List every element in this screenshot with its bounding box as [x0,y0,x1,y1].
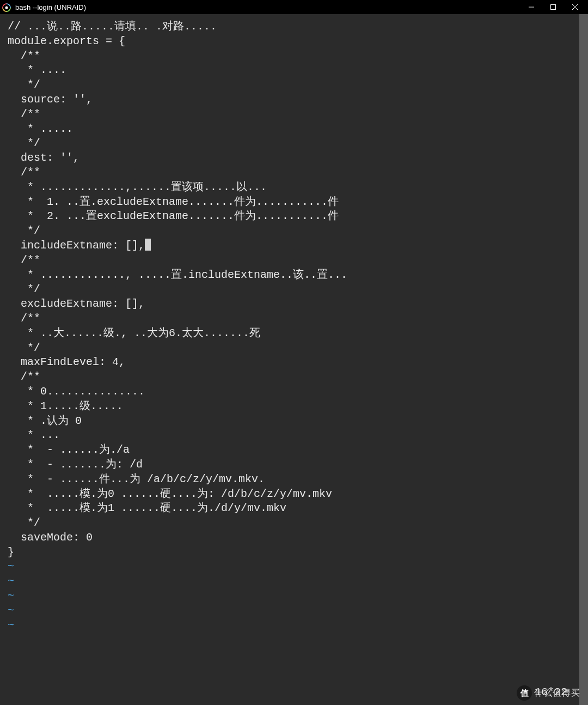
maximize-button[interactable] [542,0,564,14]
code-line: * .............,......置该项.....以... [8,180,580,195]
code-line: * ... [8,428,580,443]
code-line: * .....模.为1 ......硬....为./d/y/mv.mkv [8,501,580,516]
code-line: * ..... [8,122,580,137]
code-line: * - .......为: /d [8,458,580,472]
empty-line-tilde: ~ [8,618,580,633]
code-line: saveMode: 0 [8,531,580,545]
code-line: /** [8,107,580,122]
code-line: // ...说..路.....请填.. .对路..... [8,20,580,34]
terminal-content[interactable]: // ...说..路.....请填.. .对路.....module.expor… [0,14,588,638]
code-line: dest: '', [8,151,580,166]
code-line: */ [8,78,580,93]
watermark: 值 什么值得买 [517,685,580,701]
empty-line-tilde: ~ [8,604,580,618]
titlebar-left: bash --login (UNRAID) [2,3,86,11]
code-line: * - ......为./a [8,443,580,458]
watermark-badge-icon: 值 [517,685,532,701]
code-line: excludeExtname: [], [8,297,580,312]
code-line: */ [8,282,580,297]
text-cursor [145,239,151,251]
minimize-button[interactable] [520,0,542,14]
code-line: module.exports = { [8,34,580,49]
code-line: * - ......件...为 /a/b/c/z/y/mv.mkv. [8,472,580,487]
svg-point-1 [5,7,8,9]
code-line: * .....模.为0 ......硬....为: /d/b/c/z/y/mv.… [8,487,580,502]
code-line: } [8,545,580,560]
window-titlebar: bash --login (UNRAID) [0,0,588,14]
code-line: */ [8,341,580,356]
code-line: /** [8,370,580,385]
code-line: * 1.....级..... [8,399,580,414]
empty-line-tilde: ~ [8,574,580,589]
code-line: maxFindLevel: 4, [8,355,580,370]
window-title: bash --login (UNRAID) [15,3,86,11]
code-line: * 1. ..置.excludeExtname.......件为........… [8,195,580,210]
code-line: */ [8,516,580,531]
code-line: * ............., .....置.includeExtname..… [8,268,580,283]
code-line: */ [8,136,580,151]
code-line: /** [8,166,580,180]
code-line: * .... [8,63,580,78]
code-line: /** [8,49,580,64]
code-line: /** [8,312,580,326]
empty-line-tilde: ~ [8,560,580,574]
code-line: * ..大......级., ..大为6.太大.......死 [8,326,580,341]
app-icon [2,3,11,11]
code-line: * .认为 0 [8,414,580,429]
code-line: * 2. ...置excludeExtname.......件为........… [8,209,580,224]
svg-rect-3 [551,5,556,10]
code-line: * 0............... [8,385,580,399]
editor-status-bar: 16*22 [0,684,578,700]
code-line: includeExtname: [], [8,239,580,253]
code-line: source: '', [8,93,580,107]
empty-line-tilde: ~ [8,589,580,604]
close-button[interactable] [564,0,586,14]
watermark-text: 什么值得买 [534,688,580,699]
code-line: */ [8,224,580,239]
code-line: /** [8,253,580,268]
window-controls [520,0,586,14]
